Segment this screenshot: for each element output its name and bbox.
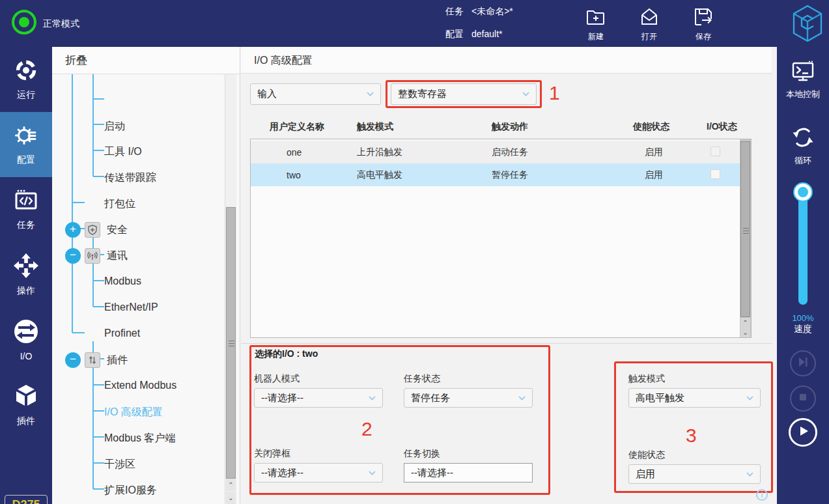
stop-button[interactable] [790, 385, 816, 412]
tree-item-modbus[interactable]: Modbus [52, 273, 221, 290]
close-popup-select[interactable]: --请选择-- [254, 463, 383, 483]
speed-slider-handle[interactable] [794, 184, 811, 201]
tree-item-conveyor-tracking[interactable]: 传送带跟踪 [52, 169, 221, 186]
io-table: one 上升沿触发 启动任务 启用 two 高电平触发 暂停任务 启用 ⌃ ⌄ [250, 139, 752, 338]
tree-item-extend-modbus[interactable]: Extend Modbus [52, 378, 221, 395]
new-button[interactable]: 新建 [581, 7, 611, 42]
robot-mode-label: 机器人模式 [254, 373, 300, 385]
table-row-one[interactable]: one 上升沿触发 启动任务 启用 [251, 141, 751, 163]
register-type-select[interactable]: 整数寄存器 [391, 83, 537, 105]
tree-node-safety[interactable]: + 安全 [52, 221, 221, 238]
task-state-label: 任务状态 [404, 373, 440, 385]
chevron-down-icon [367, 92, 374, 96]
loop-button[interactable]: 循环 [777, 125, 829, 167]
local-control-button[interactable]: 本地控制 [777, 60, 829, 100]
sidebar-item-config[interactable]: 配置 [0, 112, 52, 177]
robot-mode-select[interactable]: --请选择-- [254, 388, 383, 408]
sidebar-item-io[interactable]: I/O [0, 307, 52, 372]
io-swap-icon [13, 318, 39, 347]
speed-slider-track[interactable] [798, 189, 808, 305]
speed-label: 速度 [777, 324, 829, 335]
io-state-checkbox[interactable] [710, 147, 720, 156]
scroll-up-icon[interactable]: ⌃ [740, 318, 750, 328]
col-trigger-mode: 触发模式 [357, 121, 492, 133]
io-state-checkbox[interactable] [710, 169, 720, 179]
tree-node-communication[interactable]: − 通讯 [52, 247, 221, 264]
enable-state-select[interactable]: 启用 [628, 464, 761, 484]
tree-item-startup[interactable]: 启动 [52, 118, 221, 135]
scroll-down-icon[interactable]: ⌄ [226, 492, 236, 504]
chevron-down-icon [518, 396, 526, 400]
device-badge: D275 [5, 495, 48, 504]
tree-item-io-advanced-config[interactable]: I/O 高级配置 [52, 404, 221, 421]
config-name-row: 配置default* [445, 29, 502, 40]
io-direction-select[interactable]: 输入 [250, 83, 381, 105]
table-scrollbar-thumb[interactable] [740, 141, 750, 317]
tree-item-profinet[interactable]: Profinet [52, 326, 221, 343]
mode-label: 正常模式 [43, 18, 79, 30]
top-bar: 正常模式 任务<未命名>* 配置default* 新建 打开 保存 [0, 0, 829, 47]
page-header: I/O 高级配置 [241, 47, 772, 74]
config-value: default* [471, 29, 502, 39]
info-icon[interactable]: i [756, 489, 768, 501]
selected-io-label: 选择的I/O : two [255, 348, 318, 360]
task-state-select[interactable]: 暂停任务 [404, 388, 533, 408]
sidebar-item-plugin[interactable]: 插件 [0, 372, 52, 438]
tree-item-interference-zone[interactable]: 干涉区 [52, 456, 221, 473]
app-window: 正常模式 任务<未命名>* 配置default* 新建 打开 保存 [0, 0, 829, 504]
save-button[interactable]: 保存 [688, 7, 718, 42]
tree-item-pack-position[interactable]: 打包位 [52, 195, 221, 212]
plugin-cube-icon [13, 383, 39, 412]
task-code-icon [14, 188, 38, 216]
chevron-down-icon [369, 396, 376, 400]
step-forward-button[interactable] [790, 350, 816, 376]
step-forward-icon [797, 356, 809, 371]
collapse-minus-icon[interactable]: − [65, 352, 81, 368]
status-dot [19, 17, 29, 27]
new-file-icon [585, 18, 606, 29]
task-label: 任务 [445, 6, 464, 16]
annotation-number-2: 2 [361, 418, 372, 440]
table-scrollbar[interactable]: ⌃ ⌄ [740, 139, 751, 337]
sidebar-item-run[interactable]: 运行 [0, 47, 52, 112]
right-sidebar: 本地控制 循环 100% 速度 [777, 47, 829, 504]
config-gear-icon [14, 123, 38, 150]
chevron-down-icon [369, 471, 376, 475]
annotation-number-1: 1 [549, 82, 560, 104]
task-switch-label: 任务切换 [404, 448, 440, 460]
local-control-terminal-icon [791, 74, 815, 85]
tree-item-modbus-client[interactable]: Modbus 客户端 [52, 430, 221, 447]
scroll-down-icon[interactable]: ⌄ [740, 328, 750, 337]
tree-collapse-header[interactable]: 折叠 [52, 47, 240, 74]
open-button[interactable]: 打开 [634, 7, 664, 42]
expand-plus-icon[interactable]: + [65, 222, 81, 238]
collapse-minus-icon[interactable]: − [65, 248, 81, 264]
trigger-mode-select[interactable]: 高电平触发 [628, 388, 761, 408]
task-switch-field[interactable]: --请选择-- [404, 463, 533, 483]
sidebar-item-task[interactable]: 任务 [0, 177, 52, 242]
tree-scrollbar-thumb[interactable] [226, 207, 236, 479]
tree-scrollbar[interactable]: ⌃ ⌄ [225, 74, 236, 504]
open-file-icon [639, 18, 660, 29]
col-enable-state: 使能状态 [633, 121, 707, 133]
tree-item-tool-io[interactable]: 工具 I/O [52, 143, 221, 160]
annotation-number-3: 3 [686, 425, 697, 447]
col-trigger-action: 触发动作 [492, 121, 633, 133]
config-label: 配置 [445, 29, 464, 39]
play-icon [796, 425, 809, 440]
chevron-down-icon [522, 92, 529, 96]
speed-percent: 100% [777, 313, 829, 323]
play-button[interactable] [789, 418, 817, 447]
stop-icon [797, 391, 809, 406]
tree-node-plugins[interactable]: − 插件 [52, 352, 221, 369]
sidebar-item-operate[interactable]: 操作 [0, 242, 52, 307]
antenna-icon [85, 248, 100, 264]
tree-item-ethernet-ip[interactable]: EtherNet/IP [52, 300, 221, 316]
config-tree-panel: 折叠 启动 工具 I/O 传送带跟踪 打包位 + 安全 − 通讯 [52, 47, 240, 504]
main-content: I/O 高级配置 输入 整数寄存器 1 用户定义名称 触发模式 触发动作 使能状… [241, 47, 772, 504]
tree-item-extend-io-service[interactable]: 扩展IO服务 [52, 482, 221, 499]
table-row-two-selected[interactable]: two 高电平触发 暂停任务 启用 [251, 163, 751, 186]
run-target-icon [14, 58, 38, 85]
scroll-up-icon[interactable]: ⌃ [226, 479, 236, 491]
chevron-down-icon [746, 472, 753, 477]
